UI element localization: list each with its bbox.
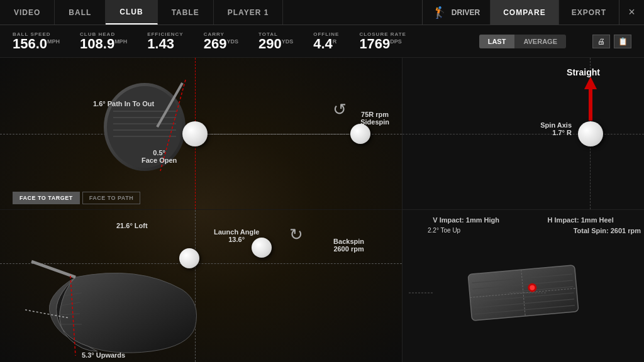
v-impact-label: V Impact: 1mm High [433, 216, 499, 224]
backspin-label: Backspin 2600 rpm [333, 238, 364, 253]
tab-table[interactable]: TABLE [158, 0, 214, 25]
stat-carry: CARRY 269YDS [204, 31, 238, 51]
stat-efficiency: EFFICIENCY 1.43 [147, 31, 184, 51]
straight-area: Straight Spin Axis 1.7° R [402, 58, 644, 210]
stat-club-head: CLUB HEAD 108.9MPH [80, 31, 127, 51]
bottom-right: V Impact: 1mm High H Impact: 1mm Heel 2.… [402, 210, 644, 362]
face-to-target-btn[interactable]: FACE TO TARGET [13, 192, 80, 204]
impact-labels: V Impact: 1mm High H Impact: 1mm Heel [402, 210, 644, 224]
driver-label: DRIVER [452, 8, 480, 17]
driver-icon: 🏌 [433, 6, 447, 19]
last-avg-toggle: LAST AVERAGE [479, 35, 566, 48]
face-buttons: FACE TO TARGET FACE TO PATH [13, 192, 140, 204]
straight-arrow [584, 77, 597, 121]
ball-bottom-impact [179, 248, 199, 268]
face-to-path-btn[interactable]: FACE TO PATH [82, 192, 141, 204]
print-icon[interactable]: 🖨 [592, 35, 610, 48]
spin-label: 75R rpm Sidespin [360, 111, 389, 126]
stat-value-club-head: 108.9MPH [80, 37, 127, 51]
launch-angle-label: Launch Angle 13.6° [214, 228, 259, 243]
save-icon[interactable]: 📋 [614, 35, 631, 48]
total-spin-label: Total Spin: 2601 rpm [574, 227, 641, 234]
stat-total: TOTAL 290YDS [258, 31, 293, 51]
ball-right [578, 121, 603, 146]
toggle-last[interactable]: LAST [479, 35, 515, 48]
svg-line-13 [31, 261, 75, 277]
stat-value-closure-rate: 1769DPS [359, 37, 406, 51]
tab-video[interactable]: VIDEO [0, 0, 55, 25]
stat-value-efficiency: 1.43 [147, 37, 184, 51]
stats-bar: BALL SPEED 156.0MPH CLUB HEAD 108.9MPH E… [0, 25, 644, 58]
h-line-right [402, 134, 644, 134]
curve-arrow-backspin: ↻ [289, 225, 303, 244]
stat-ball-speed: BALL SPEED 156.0MPH [13, 31, 60, 51]
bottom-section: 21.6° Loft ↻ Launch Angle 13.6° Backspin… [0, 210, 402, 362]
stat-value-total: 290YDS [258, 37, 293, 51]
stat-offline: OFFLINE 4.4R [313, 31, 339, 51]
driver-selector[interactable]: 🏌 DRIVER [422, 0, 490, 25]
spin-axis-label: Spin Axis 1.7° R [540, 121, 572, 136]
main-content: 1.6° Path In To Out ↻ 75R rpm Sidespin 0… [0, 58, 644, 362]
straight-label: Straight [567, 67, 600, 77]
tab-export[interactable]: EXPORT [558, 0, 619, 25]
ball-spin-right [350, 124, 370, 144]
club-bottom-left [25, 258, 208, 356]
left-panel: 1.6° Path In To Out ↻ 75R rpm Sidespin 0… [0, 58, 402, 362]
ball-impact [182, 121, 208, 146]
top-section: 1.6° Path In To Out ↻ 75R rpm Sidespin 0… [0, 58, 402, 210]
right-panel: Straight Spin Axis 1.7° R V Impact: 1mm … [402, 58, 644, 362]
club-face-svg [460, 265, 586, 321]
curve-arrow-spin: ↻ [333, 100, 347, 119]
tab-player1[interactable]: PLAYER 1 [214, 0, 284, 25]
toggle-average[interactable]: AVERAGE [514, 35, 566, 48]
loft-label: 21.6° Loft [116, 222, 148, 229]
arrow-head [584, 77, 597, 89]
arrow-shaft [589, 89, 592, 121]
export-icons: 🖨 📋 [592, 35, 631, 48]
toe-up-label: 2.2° Toe Up [428, 227, 460, 234]
dotted-line-horizontal [198, 134, 349, 134]
stat-value-offline: 4.4R [313, 37, 339, 51]
face-label: 0.5° Face Open [142, 149, 177, 164]
tab-club[interactable]: CLUB [106, 0, 157, 25]
club-face-area: 2.2° Toe Up Total Spin: 2601 rpm [402, 224, 644, 362]
top-navigation: VIDEO BALL CLUB TABLE PLAYER 1 🏌 DRIVER … [0, 0, 644, 25]
upward-label: 5.3° Upwards [82, 351, 125, 359]
h-impact-label: H Impact: 1mm Heel [548, 216, 614, 224]
stat-value-ball-speed: 156.0MPH [13, 37, 60, 51]
stat-value-carry: 269YDS [204, 37, 238, 51]
path-label: 1.6° Path In To Out [93, 100, 154, 107]
tab-ball[interactable]: BALL [55, 0, 106, 25]
close-button[interactable]: × [619, 0, 644, 25]
stat-closure-rate: CLOSURE RATE 1769DPS [359, 31, 406, 51]
tab-compare[interactable]: COMPARE [490, 0, 558, 25]
